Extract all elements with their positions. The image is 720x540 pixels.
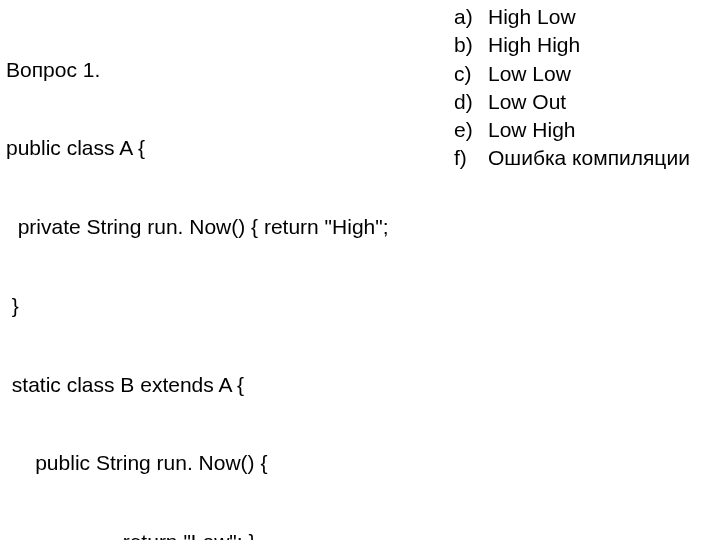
answer-text: Ошибка компиляции <box>488 145 714 171</box>
answer-option: f) Ошибка компиляции <box>454 145 714 171</box>
answer-label: c) <box>454 61 488 87</box>
answers-column: a) High Low b) High High c) Low Low d) L… <box>446 4 714 536</box>
answer-text: High High <box>488 32 714 58</box>
answer-text: Low Out <box>488 89 714 115</box>
answer-option: e) Low High <box>454 117 714 143</box>
answer-option: b) High High <box>454 32 714 58</box>
code-line: public String run. Now() { <box>6 450 446 476</box>
answer-label: e) <box>454 117 488 143</box>
answer-label: b) <box>454 32 488 58</box>
answer-label: a) <box>454 4 488 30</box>
answer-label: d) <box>454 89 488 115</box>
answer-text: Low High <box>488 117 714 143</box>
answer-option: a) High Low <box>454 4 714 30</box>
code-line: static class B extends A { <box>6 372 446 398</box>
question-title: Вопрос 1. <box>6 57 446 83</box>
answer-text: High Low <box>488 4 714 30</box>
code-line: } <box>6 293 446 319</box>
question-column: Вопрос 1. public class A { private Strin… <box>6 4 446 536</box>
code-line: return "Low"; } <box>6 529 446 540</box>
code-line: public class A { <box>6 135 446 161</box>
answer-option: c) Low Low <box>454 61 714 87</box>
answer-option: d) Low Out <box>454 89 714 115</box>
code-line: private String run. Now() { return "High… <box>6 214 446 240</box>
answer-label: f) <box>454 145 488 171</box>
answer-text: Low Low <box>488 61 714 87</box>
